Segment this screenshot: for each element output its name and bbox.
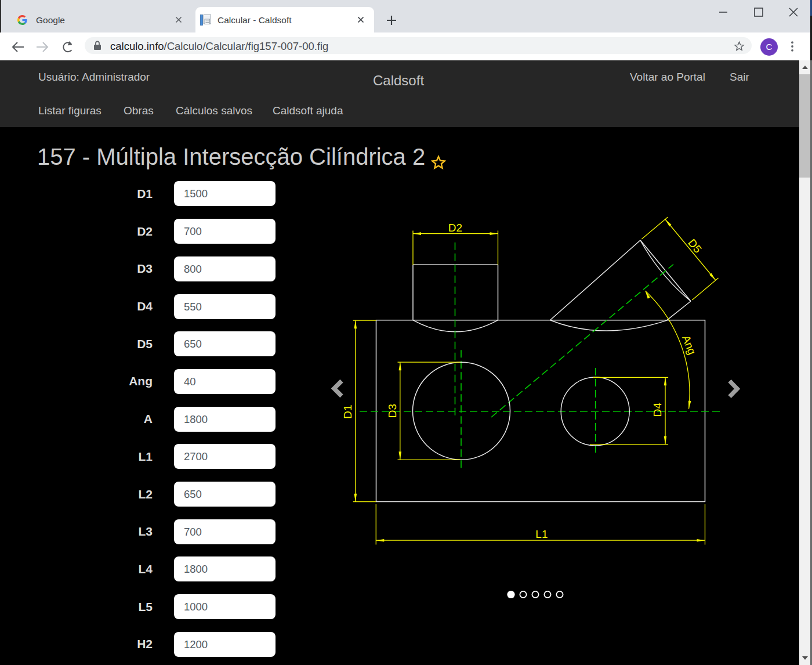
svg-text:D4: D4: [651, 402, 664, 417]
svg-text:D5: D5: [686, 237, 704, 255]
svg-text:D3: D3: [386, 404, 398, 418]
svg-text:D2: D2: [448, 222, 462, 234]
svg-text:Ang: Ang: [680, 334, 698, 356]
svg-text:L1: L1: [535, 528, 548, 540]
svg-text:D1: D1: [342, 404, 354, 418]
